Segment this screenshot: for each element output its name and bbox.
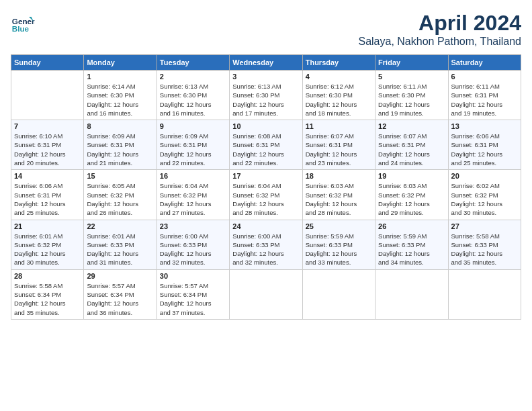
day-info: Sunrise: 6:13 AMSunset: 6:30 PMDaylight:… bbox=[160, 82, 226, 118]
calendar-cell: 14Sunrise: 6:06 AMSunset: 6:31 PMDayligh… bbox=[11, 170, 84, 220]
calendar-cell: 8Sunrise: 6:09 AMSunset: 6:31 PMDaylight… bbox=[84, 120, 157, 170]
calendar-cell: 6Sunrise: 6:11 AMSunset: 6:31 PMDaylight… bbox=[448, 71, 521, 120]
calendar-cell: 15Sunrise: 6:05 AMSunset: 6:32 PMDayligh… bbox=[84, 170, 157, 220]
day-info: Sunrise: 6:13 AMSunset: 6:30 PMDaylight:… bbox=[232, 82, 299, 118]
calendar-cell bbox=[230, 269, 302, 319]
calendar-cell bbox=[448, 269, 521, 319]
day-number: 20 bbox=[451, 172, 518, 180]
calendar-cell: 12Sunrise: 6:07 AMSunset: 6:31 PMDayligh… bbox=[375, 120, 448, 170]
location-title: Salaya, Nakhon Pathom, Thailand bbox=[358, 36, 521, 48]
day-info: Sunrise: 6:09 AMSunset: 6:31 PMDaylight:… bbox=[160, 132, 226, 167]
calendar-week-1: 1Sunrise: 6:14 AMSunset: 6:30 PMDaylight… bbox=[11, 71, 521, 120]
calendar-cell: 29Sunrise: 5:57 AMSunset: 6:34 PMDayligh… bbox=[84, 269, 157, 319]
calendar-cell: 21Sunrise: 6:01 AMSunset: 6:32 PMDayligh… bbox=[11, 220, 84, 269]
calendar-cell: 5Sunrise: 6:11 AMSunset: 6:30 PMDaylight… bbox=[375, 71, 448, 120]
day-info: Sunrise: 6:11 AMSunset: 6:30 PMDaylight:… bbox=[378, 82, 445, 118]
day-info: Sunrise: 6:01 AMSunset: 6:33 PMDaylight:… bbox=[87, 232, 153, 267]
calendar-cell: 24Sunrise: 6:00 AMSunset: 6:33 PMDayligh… bbox=[230, 220, 302, 269]
calendar-week-5: 28Sunrise: 5:58 AMSunset: 6:34 PMDayligh… bbox=[11, 269, 521, 319]
calendar-cell bbox=[11, 71, 84, 120]
weekday-header-monday: Monday bbox=[84, 55, 157, 71]
day-info: Sunrise: 6:02 AMSunset: 6:32 PMDaylight:… bbox=[451, 181, 518, 217]
day-number: 5 bbox=[378, 73, 445, 81]
day-info: Sunrise: 5:58 AMSunset: 6:33 PMDaylight:… bbox=[451, 232, 518, 267]
day-number: 9 bbox=[160, 122, 226, 130]
day-info: Sunrise: 6:05 AMSunset: 6:32 PMDaylight:… bbox=[87, 181, 153, 217]
day-number: 15 bbox=[87, 172, 153, 180]
title-block: April 2024 Salaya, Nakhon Pathom, Thaila… bbox=[358, 11, 521, 48]
day-info: Sunrise: 5:59 AMSunset: 6:33 PMDaylight:… bbox=[378, 232, 445, 267]
day-number: 11 bbox=[306, 122, 372, 130]
calendar-cell: 10Sunrise: 6:08 AMSunset: 6:31 PMDayligh… bbox=[230, 120, 302, 170]
day-number: 25 bbox=[306, 222, 372, 230]
day-info: Sunrise: 6:06 AMSunset: 6:31 PMDaylight:… bbox=[451, 132, 518, 167]
calendar-week-4: 21Sunrise: 6:01 AMSunset: 6:32 PMDayligh… bbox=[11, 220, 521, 269]
day-info: Sunrise: 6:00 AMSunset: 6:33 PMDaylight:… bbox=[232, 232, 299, 267]
day-info: Sunrise: 6:10 AMSunset: 6:31 PMDaylight:… bbox=[14, 132, 81, 167]
day-number: 30 bbox=[160, 272, 226, 280]
calendar-table: SundayMondayTuesdayWednesdayThursdayFrid… bbox=[11, 54, 521, 320]
day-number: 3 bbox=[232, 73, 299, 81]
calendar-cell bbox=[375, 269, 448, 319]
day-number: 29 bbox=[87, 272, 153, 280]
day-number: 12 bbox=[378, 122, 445, 130]
day-number: 23 bbox=[160, 222, 226, 230]
day-number: 18 bbox=[306, 172, 372, 180]
weekday-header-wednesday: Wednesday bbox=[230, 55, 302, 71]
calendar-cell: 16Sunrise: 6:04 AMSunset: 6:32 PMDayligh… bbox=[157, 170, 229, 220]
day-info: Sunrise: 6:07 AMSunset: 6:31 PMDaylight:… bbox=[378, 132, 445, 167]
logo-icon: General Blue bbox=[11, 11, 35, 35]
calendar-week-2: 7Sunrise: 6:10 AMSunset: 6:31 PMDaylight… bbox=[11, 120, 521, 170]
day-info: Sunrise: 5:57 AMSunset: 6:34 PMDaylight:… bbox=[87, 281, 153, 317]
day-number: 22 bbox=[87, 222, 153, 230]
calendar-cell: 30Sunrise: 5:57 AMSunset: 6:34 PMDayligh… bbox=[157, 269, 229, 319]
day-info: Sunrise: 6:01 AMSunset: 6:32 PMDaylight:… bbox=[14, 232, 81, 267]
day-number: 6 bbox=[451, 73, 518, 81]
calendar-cell: 26Sunrise: 5:59 AMSunset: 6:33 PMDayligh… bbox=[375, 220, 448, 269]
logo: General Blue bbox=[11, 11, 38, 35]
calendar-cell: 23Sunrise: 6:00 AMSunset: 6:33 PMDayligh… bbox=[157, 220, 229, 269]
calendar-cell: 25Sunrise: 5:59 AMSunset: 6:33 PMDayligh… bbox=[302, 220, 375, 269]
day-info: Sunrise: 6:03 AMSunset: 6:32 PMDaylight:… bbox=[378, 181, 445, 217]
calendar-cell: 18Sunrise: 6:03 AMSunset: 6:32 PMDayligh… bbox=[302, 170, 375, 220]
day-number: 7 bbox=[14, 122, 81, 130]
weekday-header-row: SundayMondayTuesdayWednesdayThursdayFrid… bbox=[11, 55, 521, 71]
day-number: 17 bbox=[232, 172, 299, 180]
day-number: 1 bbox=[87, 73, 153, 81]
calendar-cell: 13Sunrise: 6:06 AMSunset: 6:31 PMDayligh… bbox=[448, 120, 521, 170]
day-number: 10 bbox=[232, 122, 299, 130]
day-number: 21 bbox=[14, 222, 81, 230]
day-number: 26 bbox=[378, 222, 445, 230]
calendar-cell: 27Sunrise: 5:58 AMSunset: 6:33 PMDayligh… bbox=[448, 220, 521, 269]
calendar-cell: 28Sunrise: 5:58 AMSunset: 6:34 PMDayligh… bbox=[11, 269, 84, 319]
day-number: 13 bbox=[451, 122, 518, 130]
day-info: Sunrise: 5:59 AMSunset: 6:33 PMDaylight:… bbox=[306, 232, 372, 267]
day-info: Sunrise: 6:12 AMSunset: 6:30 PMDaylight:… bbox=[306, 82, 372, 118]
calendar-cell: 1Sunrise: 6:14 AMSunset: 6:30 PMDaylight… bbox=[84, 71, 157, 120]
day-info: Sunrise: 5:57 AMSunset: 6:34 PMDaylight:… bbox=[160, 281, 226, 317]
calendar-cell: 20Sunrise: 6:02 AMSunset: 6:32 PMDayligh… bbox=[448, 170, 521, 220]
weekday-header-tuesday: Tuesday bbox=[157, 55, 229, 71]
day-info: Sunrise: 5:58 AMSunset: 6:34 PMDaylight:… bbox=[14, 281, 81, 317]
day-info: Sunrise: 6:00 AMSunset: 6:33 PMDaylight:… bbox=[160, 232, 226, 267]
day-number: 14 bbox=[14, 172, 81, 180]
calendar-cell: 3Sunrise: 6:13 AMSunset: 6:30 PMDaylight… bbox=[230, 71, 302, 120]
weekday-header-saturday: Saturday bbox=[448, 55, 521, 71]
day-number: 28 bbox=[14, 272, 81, 280]
day-number: 19 bbox=[378, 172, 445, 180]
day-info: Sunrise: 6:03 AMSunset: 6:32 PMDaylight:… bbox=[306, 181, 372, 217]
calendar-cell: 17Sunrise: 6:04 AMSunset: 6:32 PMDayligh… bbox=[230, 170, 302, 220]
calendar-cell: 22Sunrise: 6:01 AMSunset: 6:33 PMDayligh… bbox=[84, 220, 157, 269]
header: General Blue April 2024 Salaya, Nakhon P… bbox=[11, 11, 521, 48]
day-info: Sunrise: 6:06 AMSunset: 6:31 PMDaylight:… bbox=[14, 181, 81, 217]
month-title: April 2024 bbox=[358, 11, 521, 36]
day-info: Sunrise: 6:04 AMSunset: 6:32 PMDaylight:… bbox=[232, 181, 299, 217]
calendar-cell: 9Sunrise: 6:09 AMSunset: 6:31 PMDaylight… bbox=[157, 120, 229, 170]
day-number: 8 bbox=[87, 122, 153, 130]
weekday-header-thursday: Thursday bbox=[302, 55, 375, 71]
weekday-header-sunday: Sunday bbox=[11, 55, 84, 71]
calendar-cell: 2Sunrise: 6:13 AMSunset: 6:30 PMDaylight… bbox=[157, 71, 229, 120]
day-number: 16 bbox=[160, 172, 226, 180]
weekday-header-friday: Friday bbox=[375, 55, 448, 71]
day-info: Sunrise: 6:11 AMSunset: 6:31 PMDaylight:… bbox=[451, 82, 518, 118]
